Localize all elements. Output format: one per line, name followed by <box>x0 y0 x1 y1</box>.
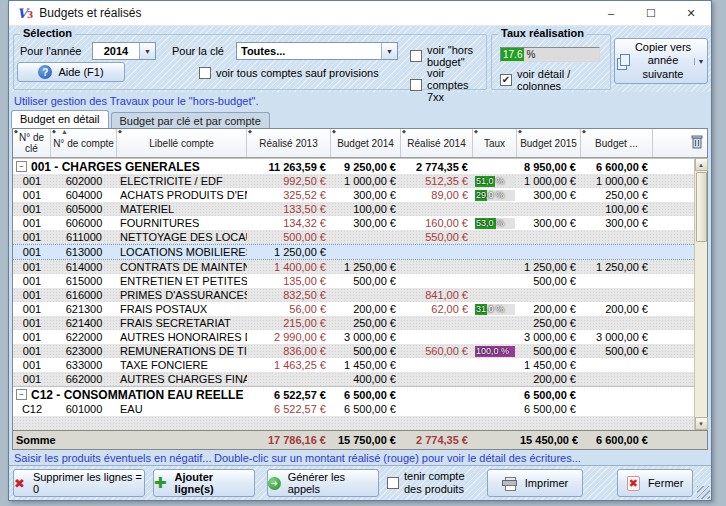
cell-realise-2014[interactable]: 841,00 € <box>401 289 473 301</box>
table-row[interactable]: 001602000ELECTRICITE / EDF992,50 €1 000,… <box>13 174 694 188</box>
cell-realise-2014[interactable]: 560,00 € <box>401 345 473 357</box>
close-button[interactable]: ✖ Fermer <box>617 469 693 497</box>
table-row[interactable]: 001605000MATERIEL133,50 €100,00 €100,00 … <box>13 202 694 216</box>
header-taux[interactable]: ◆Taux <box>473 129 517 157</box>
cell-budget-2015[interactable]: 1 000,00 € <box>517 175 581 187</box>
cell-realise-2014[interactable]: 89,00 € <box>401 189 473 201</box>
cell-realise-2013[interactable]: 836,00 € <box>247 345 331 357</box>
cell-budget-2015[interactable]: 1 450,00 € <box>517 359 581 371</box>
cell-budget-2014[interactable]: 200,00 € <box>331 303 401 315</box>
group-row[interactable]: −001 - CHARGES GENERALES11 263,59 €9 250… <box>13 158 694 174</box>
table-row[interactable]: 001606000FOURNITURES134,32 €300,00 €160,… <box>13 216 694 230</box>
cell-realise-2014[interactable]: 62,00 € <box>401 303 473 315</box>
cell-budget-2015[interactable]: 500,00 € <box>517 345 581 357</box>
checkbox-icon[interactable] <box>410 79 422 91</box>
cell-realise-2013[interactable]: 135,00 € <box>247 275 331 287</box>
cell-realise-2013[interactable]: 1 400,00 € <box>247 261 331 273</box>
close-icon[interactable]: ✕ <box>671 1 711 25</box>
header-budget-next[interactable]: ◆Budget ... <box>581 129 653 157</box>
cell-budget-2015[interactable]: 300,00 € <box>517 217 581 229</box>
table-row[interactable]: 001615000ENTRETIEN ET PETITES REPA135,00… <box>13 274 694 288</box>
cell-budget-2014[interactable]: 300,00 € <box>331 217 401 229</box>
cell-realise-2013[interactable]: 215,00 € <box>247 317 331 329</box>
cell-budget-2014[interactable]: 500,00 € <box>331 275 401 287</box>
cell-budget-2014[interactable]: 1 250,00 € <box>331 261 401 273</box>
cell-budget-2014[interactable]: 500,00 € <box>331 345 401 357</box>
cell-budget-next[interactable]: 100,00 € <box>581 203 653 215</box>
cell-budget-next[interactable]: 1 000,00 € <box>581 175 653 187</box>
chevron-down-icon[interactable]: ▼ <box>694 58 707 65</box>
copy-next-year-button[interactable]: Copier vers année suivante ▼ <box>614 38 708 84</box>
print-button[interactable]: Imprimer <box>487 469 583 497</box>
header-compte[interactable]: ◆▲N° de compte <box>51 129 117 157</box>
cell-budget-2014[interactable]: 1 450,00 € <box>331 359 401 371</box>
cell-realise-2013[interactable]: 1 463,25 € <box>247 359 331 371</box>
cell-budget-2014[interactable]: 300,00 € <box>331 189 401 201</box>
table-row[interactable]: 001611000NETTOYAGE DES LOCAUX500,00 €550… <box>13 230 694 244</box>
detail-colonnes-checkbox[interactable]: ✔ voir détail / colonnes <box>500 68 610 92</box>
tab-budget-par-cle[interactable]: Budget par clé et par compte <box>111 112 270 128</box>
chevron-down-icon[interactable]: ▼ <box>139 43 155 59</box>
table-row[interactable]: 001616000PRIMES D'ASSURANCES832,50 €841,… <box>13 288 694 302</box>
cell-realise-2013[interactable]: 134,32 € <box>247 217 331 229</box>
cell-budget-next[interactable]: 3 000,00 € <box>581 331 653 343</box>
header-realise-2014[interactable]: ◆Réalisé 2014 <box>401 129 473 157</box>
maximize-icon[interactable]: ☐ <box>631 1 671 25</box>
table-row[interactable]: 001622000AUTRES HONORAIRES DU SYN2 990,0… <box>13 330 694 344</box>
header-budget-2014[interactable]: ◆Budget 2014 <box>331 129 401 157</box>
cell-budget-2014[interactable]: 6 500,00 € <box>331 403 401 415</box>
cell-budget-2015[interactable]: 200,00 € <box>517 373 581 385</box>
cell-budget-2014[interactable]: 250,00 € <box>331 317 401 329</box>
table-row[interactable]: 001621400FRAIS SECRETARIAT215,00 €250,00… <box>13 316 694 330</box>
cell-budget-2014[interactable]: 400,00 € <box>331 373 401 385</box>
cell-realise-2014[interactable]: 512,35 € <box>401 175 473 187</box>
collapse-icon[interactable]: − <box>16 389 27 400</box>
header-budget-2015[interactable]: ◆Budget 2015 <box>517 129 581 157</box>
add-lines-button[interactable]: ✚ Ajouter ligne(s) <box>153 469 255 497</box>
generate-calls-button[interactable]: ➜ Générer les appels <box>267 469 379 497</box>
cell-realise-2013[interactable]: 325,52 € <box>247 189 331 201</box>
table-row[interactable]: 001662000AUTRES CHARGES FINANCIER400,00 … <box>13 372 694 386</box>
cell-budget-next[interactable]: 250,00 € <box>581 189 653 201</box>
cell-budget-2015[interactable]: 200,00 € <box>517 303 581 315</box>
cell-realise-2013[interactable]: 56,00 € <box>247 303 331 315</box>
trash-icon[interactable] <box>691 134 703 149</box>
cell-budget-next[interactable]: 500,00 € <box>581 345 653 357</box>
cell-realise-2013[interactable]: 992,50 € <box>247 175 331 187</box>
help-button[interactable]: ? Aide (F1) <box>17 62 125 82</box>
cell-budget-2015[interactable]: 1 250,00 € <box>517 261 581 273</box>
table-row[interactable]: 001623000REMUNERATIONS DE TIERS IN836,00… <box>13 344 694 358</box>
chevron-down-icon[interactable]: ▼ <box>381 43 397 59</box>
table-row[interactable]: 001633000TAXE FONCIERE1 463,25 €1 450,00… <box>13 358 694 372</box>
produits-checkbox[interactable]: tenir compte des produits <box>387 470 475 495</box>
cell-budget-2015[interactable]: 500,00 € <box>517 275 581 287</box>
header-cle[interactable]: ◆N° de clé <box>13 129 51 157</box>
checkbox-icon[interactable] <box>410 50 422 62</box>
cell-realise-2013[interactable]: 2 990,00 € <box>247 331 331 343</box>
cell-budget-next[interactable]: 1 250,00 € <box>581 261 653 273</box>
header-libelle[interactable]: ◆Libellé compte <box>117 129 247 157</box>
cell-realise-2013[interactable]: 133,50 € <box>247 203 331 215</box>
cell-budget-2015[interactable]: 300,00 € <box>517 189 581 201</box>
scrollbar-thumb[interactable] <box>696 172 707 242</box>
resize-grip[interactable] <box>697 486 710 499</box>
scroll-up-icon[interactable]: ▲ <box>695 158 708 171</box>
checkbox-icon[interactable] <box>387 477 399 489</box>
collapse-icon[interactable]: − <box>16 161 27 172</box>
cell-budget-2014[interactable]: 1 000,00 € <box>331 175 401 187</box>
scroll-down-icon[interactable]: ▼ <box>695 417 708 430</box>
table-row[interactable]: 001613000LOCATIONS MOBILIERES1 250,00 € <box>13 244 694 260</box>
header-realise-2013[interactable]: ◆Réalisé 2013 <box>247 129 331 157</box>
delete-lines-button[interactable]: ✖ Supprimer les lignes = 0 <box>13 469 145 497</box>
hors-budget-checkbox[interactable]: voir "hors budget" <box>410 44 486 68</box>
year-select[interactable]: 2014 ▼ <box>92 42 156 60</box>
cell-budget-2014[interactable]: 100,00 € <box>331 203 401 215</box>
group-row[interactable]: −C12 - CONSOMMATION EAU REELLE6 522,57 €… <box>13 386 694 402</box>
key-select[interactable]: Toutes... ▼ <box>236 42 398 60</box>
table-row[interactable]: C12601000EAU6 522,57 €6 500,00 €6 500,00… <box>13 402 694 416</box>
minimize-icon[interactable]: – <box>591 1 631 25</box>
cell-realise-2013[interactable]: 6 522,57 € <box>247 403 331 415</box>
cell-realise-2013[interactable]: 500,00 € <box>247 231 331 243</box>
cell-budget-2014[interactable]: 3 000,00 € <box>331 331 401 343</box>
comptes7xx-checkbox[interactable]: voir comptes 7xx <box>410 67 486 103</box>
